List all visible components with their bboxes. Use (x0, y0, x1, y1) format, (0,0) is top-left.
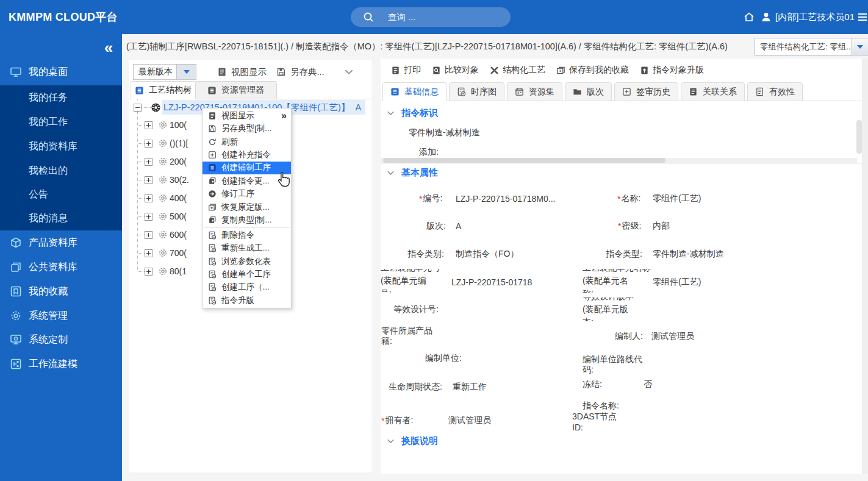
tree-connector (138, 271, 145, 272)
menu-item-restore-original[interactable]: 恢复原定版... (203, 201, 291, 213)
sidebar-item-public-library[interactable]: 公共资料库 (0, 255, 122, 279)
breadcrumb: (工艺)辅制工序[RWBSL-220715-18151](.) / 制造装配指令… (126, 34, 747, 59)
menu-icon[interactable] (856, 11, 868, 23)
menu-item-save-as-typical[interactable]: 另存典型[制... (203, 122, 291, 135)
sidebar-item-system-customization[interactable]: 系统定制 (0, 327, 122, 352)
menu-item-browse-param-table[interactable]: 浏览参数化表 (203, 255, 291, 268)
global-search-input[interactable]: 查询 ... (351, 7, 511, 27)
sidebar-item-my-library[interactable]: 我的资料库 (0, 134, 122, 159)
sidebar-item-system-management[interactable]: 系统管理 (0, 304, 122, 328)
field-type-label: 指令类型: (606, 248, 642, 260)
tree-node[interactable]: 200( (170, 155, 187, 168)
menu-item-create-single-process[interactable]: 创建单个工序 (203, 268, 291, 280)
menu-item-create-supplement[interactable]: 创建补充指令 (203, 148, 291, 161)
menu-item-view-display[interactable]: 视图显示» (203, 109, 291, 122)
child-expander-plus[interactable] (145, 194, 152, 202)
tree-node[interactable]: 400( (170, 192, 187, 204)
process-selector-dropdown[interactable]: 零组件结构化工艺: 零组... (755, 38, 868, 55)
sidebar-item-my-tasks[interactable]: 我的任务 (0, 85, 122, 110)
tree-node[interactable]: 30(2. (170, 174, 189, 186)
field-node-id-label: 3DAST节点ID: (572, 411, 617, 433)
horizontal-scrollbar-thumb[interactable] (383, 158, 665, 163)
print-button[interactable]: 打印 (391, 65, 421, 76)
field-unit-name-label: 工艺装配单元名称(装配单元名称: (583, 269, 656, 293)
tab-process-structure-tree[interactable]: 工艺结构树 (131, 81, 196, 99)
child-expander-plus[interactable] (145, 213, 152, 221)
menu-item-create-process[interactable]: 创建工序（... (203, 281, 291, 294)
collapse-toolbar-icon[interactable] (343, 66, 354, 77)
view-display-button[interactable]: 视图显示 (217, 64, 267, 80)
menu-item-instruction-upgrade[interactable]: 指令升版 (203, 294, 291, 307)
menu-item-delete-instruction[interactable]: 删除指令 (203, 229, 291, 241)
sidebar-collapse-button[interactable]: « (96, 37, 121, 59)
tab-approval-history[interactable]: 签审历史 (614, 82, 678, 101)
section-revision-notes[interactable]: 换版说明 (386, 435, 438, 447)
instruction-upgrade-button[interactable]: 指令对象升版 (640, 65, 704, 76)
list-icon (208, 163, 217, 172)
save-to-favorites-button[interactable]: 保存到我的收藏 (556, 65, 629, 76)
vertical-scrollbar-thumb[interactable] (856, 120, 862, 154)
root-expander-minus[interactable] (134, 104, 142, 112)
menu-item-revise-process[interactable]: 修订工序 (203, 188, 291, 201)
child-expander-plus[interactable] (145, 140, 152, 148)
tab-revisions[interactable]: 版次 (565, 82, 612, 101)
field-secrecy-label: 密级: (618, 220, 641, 232)
version-select-button[interactable] (176, 65, 196, 79)
user-icon[interactable] (760, 11, 772, 23)
section-basic-attrs[interactable]: 基本属性 (386, 167, 438, 179)
tab-relations[interactable]: 关联关系 (681, 82, 745, 101)
sidebar-item-my-desktop[interactable]: 我的桌面 (0, 59, 122, 85)
sidebar-item-my-favorites[interactable]: 我的收藏 (0, 279, 122, 304)
chevron-down-icon (386, 436, 395, 446)
tree-node[interactable]: ()(1)[ (170, 137, 188, 149)
child-expander-plus[interactable] (145, 268, 152, 276)
structured-process-icon (490, 66, 499, 75)
monitor-gear-icon (10, 333, 22, 346)
section-instruction-id[interactable]: 指令标识 (386, 107, 438, 119)
tree-node[interactable]: 700( (170, 247, 187, 259)
sidebar-item-my-messages[interactable]: 我的消息 (0, 206, 122, 230)
context-menu: 视图显示» 另存典型[制... 刷新 创建补充指令 创建辅制工序 创建指令更..… (202, 108, 292, 308)
home-icon[interactable] (743, 11, 755, 23)
compare-icon (432, 66, 441, 75)
field-lifecycle-value: 重新工作 (453, 381, 487, 393)
restore-icon (208, 203, 217, 212)
child-expander-plus[interactable] (145, 249, 152, 257)
menu-item-copy-typical[interactable]: 复制典型[制... (203, 214, 291, 227)
version-select[interactable]: 最新版本 (133, 64, 196, 80)
tree-node[interactable]: 500( (170, 210, 187, 223)
field-owner-value: 测试管理员 (448, 415, 491, 427)
sidebar-item-my-work[interactable]: 我的工作 (0, 110, 122, 134)
tab-basic-info[interactable]: 基础信息 (382, 82, 447, 101)
tree-node[interactable]: 80(1 (170, 265, 187, 277)
child-expander-plus[interactable] (145, 231, 152, 239)
child-expander-plus[interactable] (145, 121, 152, 129)
print-icon (391, 66, 400, 75)
doc-icon (208, 112, 217, 120)
compare-button[interactable]: 比较对象 (432, 65, 479, 76)
child-expander-plus[interactable] (145, 158, 152, 166)
vertical-scrollbar[interactable] (862, 59, 868, 474)
menu-item-regenerate[interactable]: 重新生成工... (203, 241, 291, 254)
save-as-typical-button[interactable]: 另存典... (276, 64, 325, 80)
sidebar-item-my-checkouts[interactable]: 我检出的 (0, 159, 122, 183)
tab-sequence-diagram[interactable]: 时序图 (449, 82, 504, 101)
tree-node[interactable]: 600( (170, 229, 187, 241)
field-revision-label: 版次: (426, 220, 446, 232)
dropdown-button[interactable] (852, 38, 868, 55)
tab-resource-set[interactable]: 资源集 (507, 82, 562, 101)
doc-gear-icon (208, 270, 217, 279)
structured-process-button[interactable]: 结构化工艺 (490, 65, 545, 76)
sidebar: « 我的桌面 我的任务 我的工作 我的资料库 我检出的 公告 我的消息 产品资料… (0, 34, 122, 481)
tab-resource-manager[interactable]: 资源管理器 (195, 81, 277, 99)
sidebar-item-announcements[interactable]: 公告 (0, 182, 122, 207)
menu-item-refresh[interactable]: 刷新 (203, 135, 291, 148)
child-expander-plus[interactable] (145, 176, 152, 184)
current-user-label[interactable]: [内部]工艺技术员01 (775, 0, 855, 34)
sidebar-item-product-library[interactable]: 产品资料库 (0, 230, 122, 255)
tree-connector (138, 216, 145, 217)
tree-node[interactable]: 100( (170, 119, 187, 131)
sidebar-item-workflow-modeling[interactable]: 工作流建模 (0, 352, 122, 376)
tab-validity[interactable]: 有效性 (747, 82, 803, 101)
field-unit-rev-label: 等效设计版本(装配单元版本: (583, 298, 656, 321)
